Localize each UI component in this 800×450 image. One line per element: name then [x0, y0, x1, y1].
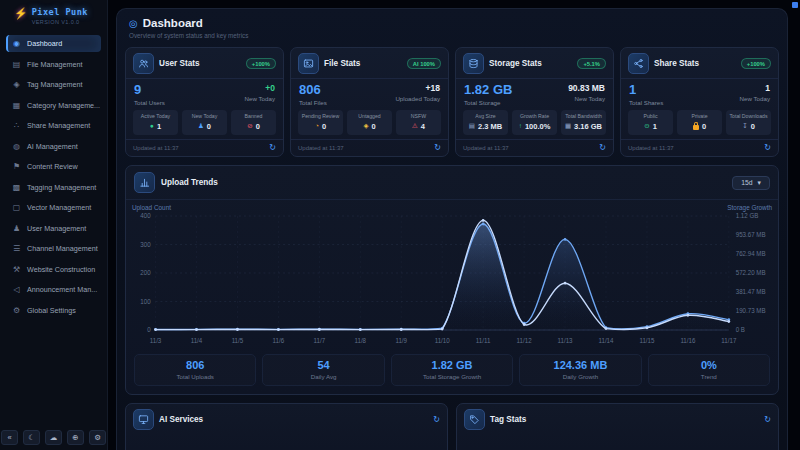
sidebar-item-global-settings[interactable]: ⚙ Global Settings — [6, 302, 101, 319]
svg-text:400: 400 — [140, 212, 151, 219]
upload-trends-card: Upload Trends 15d ▾ 40030020010001.12 GB… — [125, 165, 779, 395]
settings-icon: ⚙ — [12, 306, 21, 315]
sidebar-item-label: Global Settings — [27, 306, 76, 315]
updated-at: Updated at 11:37 — [133, 145, 179, 151]
sidebar-item-tagging-management[interactable]: ▩ Tagging Management — [6, 179, 101, 196]
svg-text:200: 200 — [140, 269, 151, 276]
sidebar-item-ai-management[interactable]: ◍ AI Management — [6, 138, 101, 155]
monitor-icon — [138, 414, 149, 425]
card-main-value: 1.82 GB — [464, 83, 512, 97]
card-badge: AI 100% — [407, 58, 441, 69]
card-ai-services: AI Services ↻ — [125, 403, 448, 450]
theme-button[interactable]: ☾ — [23, 430, 40, 445]
announcement-icon: ◁ — [12, 285, 21, 294]
card-side-value: +18 — [395, 83, 440, 93]
card-title: AI Services — [159, 415, 203, 424]
sidebar-item-share-management[interactable]: ∴ Share Management — [6, 117, 101, 134]
card-side-value: 1 — [740, 83, 771, 93]
svg-text:190.73 MB: 190.73 MB — [736, 307, 766, 314]
gear-button[interactable]: ⚙ — [89, 430, 106, 445]
summary-total-uploads: 806 Total Uploads — [134, 354, 256, 386]
card-main-value: 806 — [299, 83, 327, 97]
refresh-icon[interactable]: ↻ — [433, 415, 440, 424]
card-side-label: New Today — [568, 95, 605, 102]
sidebar-item-label: Tagging Management — [27, 183, 96, 192]
mini-stat-active-today: Active Today ●1 — [133, 110, 178, 135]
sidebar-item-channel-management[interactable]: ☰ Channel Management — [6, 240, 101, 257]
language-button[interactable]: ⊕ — [67, 430, 84, 445]
mini-stat-total-downloads: Total Downloads ↧0 — [726, 110, 771, 135]
app-name: Pixel Punk — [32, 7, 88, 17]
theme-icon: ☾ — [28, 433, 35, 442]
svg-text:11/6: 11/6 — [273, 337, 285, 344]
up-icon: ↑ — [519, 123, 522, 130]
range-select[interactable]: 15d ▾ — [732, 176, 770, 190]
mini-stat-private: Private 0 — [677, 110, 722, 135]
ban-icon: ⊘ — [247, 123, 252, 130]
sidebar-item-label: File Management — [27, 60, 83, 69]
refresh-icon[interactable]: ↻ — [764, 415, 771, 424]
refresh-icon[interactable]: ↻ — [599, 143, 606, 152]
sidebar-item-label: Tag Management — [27, 80, 83, 89]
sharebig-icon — [633, 58, 644, 69]
sidebar-menu: ◉ Dashboard ▤ File Management ◈ Tag Mana… — [0, 35, 107, 319]
cloud-button[interactable]: ☁ — [45, 430, 62, 445]
tagmini-icon: ◈ — [363, 123, 368, 130]
summary-total-storage-growth: 1.82 GB Total Storage Growth — [391, 354, 513, 386]
channel-icon: ☰ — [12, 244, 21, 253]
refresh-icon[interactable]: ↻ — [434, 143, 441, 152]
dashboard-header-icon: ◎ — [129, 18, 138, 29]
svg-text:300: 300 — [140, 241, 151, 248]
refresh-icon[interactable]: ↻ — [269, 143, 276, 152]
stat-card-user-stats: User Stats +100% 9 Total Users +0 New To… — [125, 47, 284, 157]
sidebar-item-vector-management[interactable]: ▢ Vector Management — [6, 199, 101, 216]
sidebar-item-label: Category Manageme... — [27, 101, 100, 110]
sidebar-item-file-management[interactable]: ▤ File Management — [6, 56, 101, 73]
svg-text:Storage Growth: Storage Growth — [727, 204, 772, 212]
app-version: VERSION V1.0.0 — [32, 19, 88, 25]
mini-stat-untagged: Untagged ◈0 — [347, 110, 392, 135]
website-icon: ⚒ — [12, 265, 21, 274]
card-badge: +100% — [741, 58, 771, 69]
collapse-icon: « — [7, 433, 11, 442]
content-panel: ◎ Dashboard Overview of system status an… — [116, 8, 788, 450]
sharebig-icon-box — [628, 53, 649, 74]
vector-icon: ▢ — [12, 203, 21, 212]
main-area: ◎ Dashboard Overview of system status an… — [108, 0, 800, 450]
card-side-value: 90.83 MB — [568, 83, 605, 93]
dot-icon: ● — [150, 123, 154, 130]
card-side-value: +0 — [245, 83, 276, 93]
bottom-cards-row: AI Services ↻ Tag Stats ↻ — [125, 403, 779, 450]
database-icon-box — [463, 53, 484, 74]
card-main-label: Total Users — [134, 99, 165, 106]
sidebar-item-website-construction[interactable]: ⚒ Website Construction — [6, 261, 101, 278]
database-icon — [468, 58, 479, 69]
updated-at: Updated at 11:37 — [298, 145, 344, 151]
stat-cards-row: User Stats +100% 9 Total Users +0 New To… — [117, 44, 787, 157]
card-title: User Stats — [159, 59, 200, 68]
svg-text:100: 100 — [140, 298, 151, 305]
sidebar-item-announcement-man[interactable]: ◁ Announcement Man... — [6, 281, 101, 298]
scroll-indicator — [792, 2, 798, 8]
gear-icon: ⚙ — [94, 433, 101, 442]
clock-icon: ◔ — [315, 123, 319, 130]
summary-daily-growth: 124.36 MB Daily Growth — [519, 354, 641, 386]
sidebar-item-dashboard[interactable]: ◉ Dashboard — [6, 35, 101, 52]
mini-stat-avg-size: Avg Size ▤2.3 MB — [463, 110, 508, 135]
sidebar-item-tag-management[interactable]: ◈ Tag Management — [6, 76, 101, 93]
svg-text:381.47 MB: 381.47 MB — [736, 288, 766, 295]
svg-text:762.94 MB: 762.94 MB — [736, 250, 766, 257]
svg-text:11/5: 11/5 — [232, 337, 244, 344]
card-title: Tag Stats — [490, 415, 526, 424]
sidebar-item-category-manageme[interactable]: ▦ Category Manageme... — [6, 97, 101, 114]
collapse-button[interactable]: « — [1, 430, 18, 445]
logo[interactable]: ⚡ Pixel Punk VERSION V1.0.0 — [0, 0, 107, 29]
sidebar-item-content-review[interactable]: ⚑ Content Review — [6, 158, 101, 175]
users-icon — [138, 58, 149, 69]
monitor-icon-box — [133, 409, 154, 430]
card-title: Storage Stats — [489, 59, 542, 68]
sidebar-item-user-management[interactable]: ♟ User Management — [6, 220, 101, 237]
card-side-label: Uploaded Today — [395, 95, 440, 102]
card-side-label: New Today — [740, 95, 771, 102]
refresh-icon[interactable]: ↻ — [764, 143, 771, 152]
